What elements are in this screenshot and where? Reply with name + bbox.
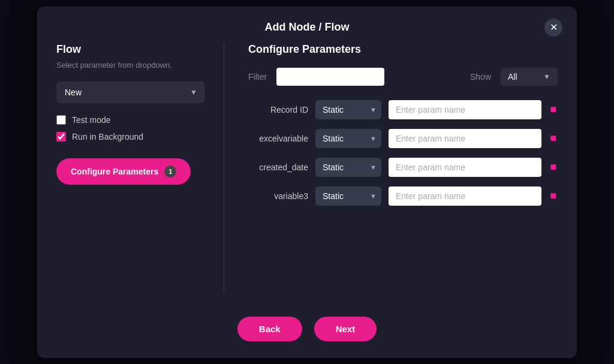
flow-title: Flow [56, 43, 204, 56]
flow-dropdown-wrapper: New Existing ▼ [56, 82, 204, 103]
param-type-select-2[interactable]: Static Dynamic Reference [315, 158, 381, 177]
param-input-0[interactable] [389, 100, 541, 119]
param-type-wrapper-1: Static Dynamic Reference ▼ [315, 129, 381, 148]
flow-dropdown[interactable]: New Existing [56, 82, 204, 103]
table-row: created_date Static Dynamic Reference ▼ … [248, 158, 558, 177]
param-type-select-0[interactable]: Static Dynamic Reference [315, 100, 381, 119]
right-panel: Configure Parameters Filter Show All Sta… [224, 43, 558, 293]
delete-button-2[interactable]: ■ [549, 160, 558, 175]
param-type-select-1[interactable]: Static Dynamic Reference [315, 129, 381, 148]
param-type-wrapper-2: Static Dynamic Reference ▼ [315, 158, 381, 177]
param-input-3[interactable] [389, 186, 541, 206]
close-button[interactable]: ✕ [544, 19, 562, 37]
run-background-checkbox[interactable] [56, 132, 66, 142]
param-type-select-3[interactable]: Static Dynamic Reference [315, 186, 381, 206]
modal-overlay: Add Node / Flow ✕ Flow Select parameter … [0, 0, 614, 364]
table-row: Record ID Static Dynamic Reference ▼ ■ [248, 100, 558, 119]
filter-label: Filter [248, 72, 267, 82]
filter-input[interactable] [276, 68, 384, 86]
table-row: variable3 Static Dynamic Reference ▼ ■ [248, 186, 558, 206]
modal-container: Add Node / Flow ✕ Flow Select parameter … [37, 7, 577, 358]
left-panel: Flow Select parameter from dropdown. New… [56, 43, 224, 293]
delete-button-3[interactable]: ■ [549, 188, 558, 203]
param-name-2: created_date [248, 163, 308, 172]
param-type-wrapper-0: Static Dynamic Reference ▼ [315, 100, 381, 119]
next-button[interactable]: Next [314, 317, 377, 341]
modal-title: Add Node / Flow [265, 21, 350, 34]
flow-subtitle: Select parameter from dropdown. [56, 61, 204, 70]
modal-footer: Back Next [37, 307, 577, 358]
test-mode-checkbox-item[interactable]: Test mode [56, 115, 204, 125]
checkbox-group: Test mode Run in Background [56, 115, 204, 142]
param-type-wrapper-3: Static Dynamic Reference ▼ [315, 186, 381, 206]
run-background-checkbox-item[interactable]: Run in Background [56, 132, 204, 142]
back-button[interactable]: Back [237, 317, 302, 341]
test-mode-label: Test mode [72, 115, 111, 125]
delete-button-0[interactable]: ■ [549, 102, 558, 117]
modal-body: Flow Select parameter from dropdown. New… [37, 43, 577, 307]
run-background-label: Run in Background [72, 132, 143, 142]
filter-row: Filter Show All Static Dynamic ▼ [248, 68, 558, 86]
configure-btn-label: Configure Parameters [71, 167, 158, 176]
configure-badge: 1 [164, 166, 176, 178]
table-row: excelvariable Static Dynamic Reference ▼… [248, 129, 558, 148]
param-name-3: variable3 [248, 191, 308, 201]
params-list: Record ID Static Dynamic Reference ▼ ■ [248, 100, 558, 206]
right-panel-title: Configure Parameters [248, 43, 558, 56]
show-dropdown[interactable]: All Static Dynamic [501, 68, 558, 86]
modal-header: Add Node / Flow ✕ [37, 7, 577, 43]
param-input-1[interactable] [389, 129, 541, 148]
param-name-1: excelvariable [248, 134, 308, 143]
configure-parameters-button[interactable]: Configure Parameters 1 [56, 158, 191, 185]
delete-button-1[interactable]: ■ [549, 131, 558, 146]
show-label: Show [470, 72, 491, 82]
param-input-2[interactable] [389, 158, 541, 177]
test-mode-checkbox[interactable] [56, 115, 66, 125]
show-dropdown-wrapper: All Static Dynamic ▼ [501, 68, 558, 86]
param-name-0: Record ID [248, 105, 308, 115]
